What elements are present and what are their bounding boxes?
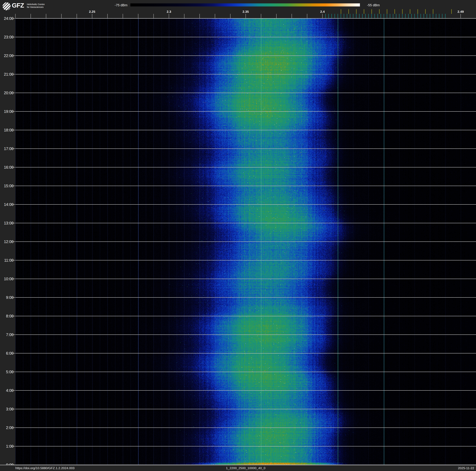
ble-channel-tick — [374, 14, 375, 18]
freq-minor-tick — [246, 14, 246, 18]
ble-channel-tick — [418, 14, 418, 18]
freq-axis-label: 2.3 — [167, 10, 171, 14]
hour-axis-label: 18:00 — [0, 128, 14, 132]
freq-minor-tick — [261, 14, 261, 18]
hour-axis-label: 11:00 — [0, 258, 14, 263]
footer-bar: https://doi.org/10.5880/GFZ.1.2.2024.003… — [0, 465, 476, 471]
wifi-channel-tick — [364, 9, 364, 14]
hour-axis-label: 14:00 — [0, 202, 14, 207]
hour-axis-tick — [12, 334, 15, 335]
hour-axis-label: 5:00 — [0, 370, 14, 374]
gfz-logo-name-line1: Helmholtz Centre — [27, 3, 45, 6]
freq-minor-tick — [307, 14, 307, 18]
freq-minor-tick — [322, 14, 323, 18]
freq-minor-tick — [460, 14, 461, 18]
wifi-channel-tick — [425, 9, 426, 14]
ble-channel-tick — [365, 14, 366, 18]
freq-minor-tick — [169, 14, 169, 18]
hour-gridline — [15, 390, 476, 391]
ble-channel-tick — [372, 14, 372, 18]
ble-channel-tick — [359, 14, 359, 18]
hour-axis-tick — [12, 390, 15, 391]
colorbar-max-label: -55 dBm — [367, 3, 380, 7]
gfz-logo-name-line2: for Geosciences — [27, 6, 45, 8]
hour-gridline — [15, 130, 476, 130]
ble-channel-tick — [414, 14, 415, 18]
gfz-logo-acronym: GFZ — [12, 2, 24, 9]
ble-channel-tick — [402, 14, 402, 18]
hour-axis-label: 7:00 — [0, 332, 14, 337]
wifi-channel-tick — [451, 9, 452, 14]
hour-axis-tick — [12, 204, 15, 205]
hour-axis-tick — [12, 223, 15, 223]
ble-channel-tick — [338, 14, 338, 18]
doi-text: https://doi.org/10.5880/GFZ.1.2.2024.003 — [15, 466, 74, 470]
freq-minor-tick — [31, 14, 31, 18]
hour-axis-tick — [12, 186, 15, 186]
ble-channel-tick — [347, 14, 347, 18]
ble-channel-tick — [390, 14, 390, 18]
colorbar-min-label: -75 dBm — [115, 3, 127, 7]
hour-gridline — [15, 93, 476, 93]
hour-gridline — [15, 111, 476, 112]
ble-channel-tick — [424, 14, 424, 18]
hour-axis-tick — [12, 111, 15, 112]
hour-axis-label: 6:00 — [0, 351, 14, 356]
hour-axis-tick — [12, 37, 15, 37]
hour-axis-label: 20:00 — [0, 91, 14, 95]
hour-gridline — [15, 55, 476, 56]
hour-axis-label: 24:00 — [0, 16, 14, 21]
hour-axis-tick — [12, 353, 15, 353]
hour-gridline — [15, 241, 476, 242]
freq-minor-tick — [107, 14, 108, 18]
hour-axis-tick — [12, 148, 15, 149]
hour-gridline — [15, 353, 476, 353]
hour-gridline — [15, 446, 476, 446]
hour-axis-label: 10:00 — [0, 277, 14, 281]
hour-axis-tick — [12, 279, 15, 279]
ble-channel-tick — [433, 14, 433, 18]
ble-channel-tick — [411, 14, 412, 18]
hour-axis-tick — [12, 130, 15, 130]
ble-channel-tick — [405, 14, 406, 18]
ble-channel-tick — [396, 14, 396, 18]
freq-axis-label: 2.49 — [458, 10, 464, 14]
colorbar-gradient — [130, 3, 360, 6]
ble-channel-tick — [353, 14, 353, 18]
page: GFZ Helmholtz Centre for Geosciences -75… — [0, 0, 476, 471]
ble-channel-tick — [393, 14, 393, 18]
ble-channel-tick — [368, 14, 369, 18]
wifi-channel-tick — [372, 9, 372, 14]
ble-channel-tick — [341, 14, 341, 18]
freq-minor-tick — [15, 14, 16, 18]
hour-axis-tick — [12, 428, 15, 428]
freq-axis-label: 2.4 — [320, 10, 324, 14]
hour-axis-label: 23:00 — [0, 35, 14, 39]
hour-axis-tick — [12, 260, 15, 260]
ble-channel-tick — [399, 14, 399, 18]
hour-axis-tick — [12, 316, 15, 316]
ble-channel-tick — [384, 14, 384, 18]
ble-channel-tick — [408, 14, 408, 18]
hour-axis-tick — [12, 372, 15, 372]
date-text: 2025-11-22 — [458, 466, 474, 470]
ble-channel-tick — [439, 14, 439, 18]
hour-axis-tick — [12, 167, 15, 167]
freq-minor-tick — [153, 14, 154, 18]
hour-axis-tick — [12, 74, 15, 74]
ble-channel-tick — [381, 14, 381, 18]
hour-axis-tick — [12, 409, 15, 409]
hour-gridline — [15, 148, 476, 149]
gfz-logo-icon — [2, 2, 11, 10]
freq-axis-label: 2.25 — [89, 10, 95, 14]
gfz-logo-name: Helmholtz Centre for Geosciences — [27, 3, 45, 8]
hour-axis-tick — [12, 18, 15, 18]
hour-gridline — [15, 260, 476, 260]
hour-gridline — [15, 334, 476, 335]
hour-gridline — [15, 167, 476, 167]
ble-channel-tick — [427, 14, 427, 18]
freq-minor-tick — [292, 14, 292, 18]
freq-minor-tick — [77, 14, 77, 18]
ble-channel-tick — [325, 14, 326, 18]
hour-axis-label: 15:00 — [0, 184, 14, 188]
